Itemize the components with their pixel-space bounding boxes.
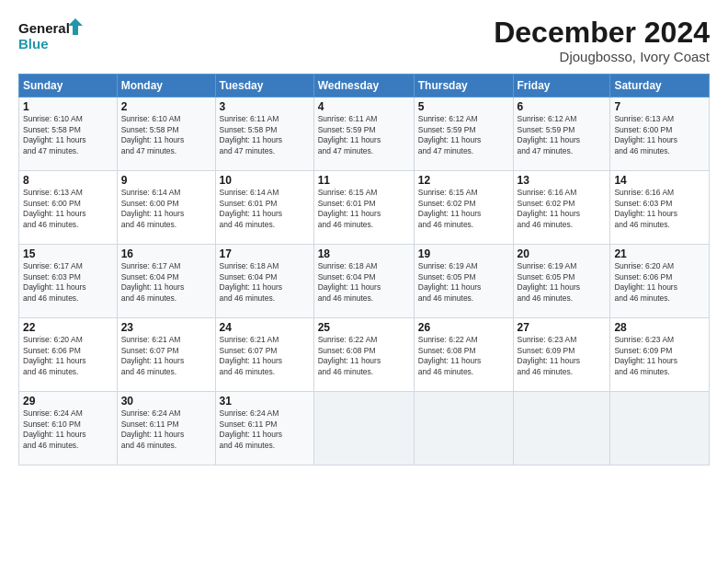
calendar-day-cell: 9Sunrise: 6:14 AMSunset: 6:00 PMDaylight… (117, 171, 215, 245)
calendar-day-cell: 8Sunrise: 6:13 AMSunset: 6:00 PMDaylight… (19, 171, 118, 245)
day-info: Sunrise: 6:12 AMSunset: 5:59 PMDaylight:… (418, 114, 509, 156)
day-number: 27 (518, 321, 607, 334)
calendar-day-cell: 30Sunrise: 6:24 AMSunset: 6:11 PMDayligh… (117, 392, 215, 465)
calendar-day-cell: 19Sunrise: 6:19 AMSunset: 6:05 PMDayligh… (414, 245, 513, 318)
page: General Blue December 2024 Djougbosso, I… (0, 0, 728, 563)
day-info: Sunrise: 6:17 AMSunset: 6:04 PMDaylight:… (121, 261, 211, 304)
calendar-day-cell: 27Sunrise: 6:23 AMSunset: 6:09 PMDayligh… (513, 318, 610, 392)
day-header-tuesday: Tuesday (215, 75, 313, 98)
day-number: 9 (121, 174, 211, 187)
day-header-thursday: Thursday (414, 75, 513, 98)
day-number: 26 (418, 321, 509, 334)
day-header-monday: Monday (117, 75, 215, 98)
calendar-day-cell: 11Sunrise: 6:15 AMSunset: 6:01 PMDayligh… (313, 171, 414, 245)
day-number: 12 (418, 174, 509, 187)
day-header-sunday: Sunday (19, 75, 118, 98)
calendar-day-cell: 31Sunrise: 6:24 AMSunset: 6:11 PMDayligh… (215, 392, 313, 465)
day-header-friday: Friday (513, 75, 610, 98)
calendar-day-cell: 3Sunrise: 6:11 AMSunset: 5:58 PMDaylight… (215, 98, 313, 171)
day-info: Sunrise: 6:20 AMSunset: 6:06 PMDaylight:… (614, 261, 705, 304)
location: Djougbosso, Ivory Coast (494, 49, 710, 64)
day-info: Sunrise: 6:19 AMSunset: 6:05 PMDaylight:… (418, 261, 509, 304)
day-number: 8 (23, 174, 113, 187)
day-number: 7 (614, 100, 705, 113)
svg-marker-2 (68, 18, 83, 35)
calendar-week-row: 8Sunrise: 6:13 AMSunset: 6:00 PMDaylight… (19, 171, 710, 245)
calendar-day-cell: 7Sunrise: 6:13 AMSunset: 6:00 PMDaylight… (610, 98, 710, 171)
day-info: Sunrise: 6:23 AMSunset: 6:09 PMDaylight:… (614, 335, 705, 377)
day-number: 5 (418, 100, 509, 113)
empty-cell (414, 392, 513, 465)
day-info: Sunrise: 6:20 AMSunset: 6:06 PMDaylight:… (23, 335, 113, 377)
day-number: 21 (614, 247, 705, 260)
calendar-table: SundayMondayTuesdayWednesdayThursdayFrid… (18, 74, 710, 465)
day-info: Sunrise: 6:22 AMSunset: 6:08 PMDaylight:… (318, 335, 410, 377)
day-number: 22 (23, 321, 113, 334)
day-info: Sunrise: 6:13 AMSunset: 6:00 PMDaylight:… (614, 114, 705, 156)
day-number: 2 (121, 100, 211, 113)
day-number: 18 (318, 247, 410, 260)
day-number: 4 (318, 100, 410, 113)
calendar-header-row: SundayMondayTuesdayWednesdayThursdayFrid… (19, 75, 710, 98)
day-number: 6 (518, 100, 607, 113)
day-info: Sunrise: 6:12 AMSunset: 5:59 PMDaylight:… (518, 114, 607, 156)
day-info: Sunrise: 6:24 AMSunset: 6:11 PMDaylight:… (121, 408, 211, 451)
day-number: 23 (121, 321, 211, 334)
day-header-saturday: Saturday (610, 75, 710, 98)
calendar-day-cell: 26Sunrise: 6:22 AMSunset: 6:08 PMDayligh… (414, 318, 513, 392)
calendar-day-cell: 24Sunrise: 6:21 AMSunset: 6:07 PMDayligh… (215, 318, 313, 392)
day-info: Sunrise: 6:16 AMSunset: 6:02 PMDaylight:… (518, 188, 607, 230)
day-info: Sunrise: 6:24 AMSunset: 6:10 PMDaylight:… (23, 408, 113, 451)
calendar-day-cell: 17Sunrise: 6:18 AMSunset: 6:04 PMDayligh… (215, 245, 313, 318)
header: General Blue December 2024 Djougbosso, I… (18, 17, 710, 64)
day-number: 3 (220, 100, 310, 113)
empty-cell (313, 392, 414, 465)
calendar-day-cell: 18Sunrise: 6:18 AMSunset: 6:04 PMDayligh… (313, 245, 414, 318)
month-title: December 2024 (494, 17, 710, 49)
calendar-day-cell: 25Sunrise: 6:22 AMSunset: 6:08 PMDayligh… (313, 318, 414, 392)
day-info: Sunrise: 6:16 AMSunset: 6:03 PMDaylight:… (614, 188, 705, 230)
day-info: Sunrise: 6:21 AMSunset: 6:07 PMDaylight:… (121, 335, 211, 377)
day-info: Sunrise: 6:18 AMSunset: 6:04 PMDaylight:… (220, 261, 310, 304)
day-info: Sunrise: 6:11 AMSunset: 5:59 PMDaylight:… (318, 114, 410, 156)
svg-text:General: General (18, 20, 70, 36)
empty-cell (610, 392, 710, 465)
day-number: 1 (23, 100, 113, 113)
empty-cell (513, 392, 610, 465)
calendar-day-cell: 21Sunrise: 6:20 AMSunset: 6:06 PMDayligh… (610, 245, 710, 318)
calendar-week-row: 22Sunrise: 6:20 AMSunset: 6:06 PMDayligh… (19, 318, 710, 392)
calendar-day-cell: 15Sunrise: 6:17 AMSunset: 6:03 PMDayligh… (19, 245, 118, 318)
calendar-day-cell: 22Sunrise: 6:20 AMSunset: 6:06 PMDayligh… (19, 318, 118, 392)
day-info: Sunrise: 6:18 AMSunset: 6:04 PMDaylight:… (318, 261, 410, 304)
day-number: 25 (318, 321, 410, 334)
day-number: 31 (220, 395, 310, 408)
day-info: Sunrise: 6:21 AMSunset: 6:07 PMDaylight:… (220, 335, 310, 377)
calendar-day-cell: 6Sunrise: 6:12 AMSunset: 5:59 PMDaylight… (513, 98, 610, 171)
day-number: 15 (23, 247, 113, 260)
day-info: Sunrise: 6:17 AMSunset: 6:03 PMDaylight:… (23, 261, 113, 304)
calendar-day-cell: 13Sunrise: 6:16 AMSunset: 6:02 PMDayligh… (513, 171, 610, 245)
day-number: 11 (318, 174, 410, 187)
calendar-day-cell: 4Sunrise: 6:11 AMSunset: 5:59 PMDaylight… (313, 98, 414, 171)
svg-text:Blue: Blue (18, 36, 49, 52)
calendar-day-cell: 1Sunrise: 6:10 AMSunset: 5:58 PMDaylight… (19, 98, 118, 171)
day-number: 30 (121, 395, 211, 408)
day-info: Sunrise: 6:15 AMSunset: 6:02 PMDaylight:… (418, 188, 509, 230)
day-number: 28 (614, 321, 705, 334)
day-number: 16 (121, 247, 211, 260)
calendar-week-row: 29Sunrise: 6:24 AMSunset: 6:10 PMDayligh… (19, 392, 710, 465)
calendar-day-cell: 20Sunrise: 6:19 AMSunset: 6:05 PMDayligh… (513, 245, 610, 318)
logo: General Blue (18, 17, 83, 53)
day-number: 19 (418, 247, 509, 260)
day-number: 10 (220, 174, 310, 187)
day-info: Sunrise: 6:14 AMSunset: 6:01 PMDaylight:… (220, 188, 310, 230)
calendar-day-cell: 23Sunrise: 6:21 AMSunset: 6:07 PMDayligh… (117, 318, 215, 392)
calendar-day-cell: 12Sunrise: 6:15 AMSunset: 6:02 PMDayligh… (414, 171, 513, 245)
calendar-day-cell: 28Sunrise: 6:23 AMSunset: 6:09 PMDayligh… (610, 318, 710, 392)
calendar-day-cell: 5Sunrise: 6:12 AMSunset: 5:59 PMDaylight… (414, 98, 513, 171)
logo-svg: General Blue (18, 17, 83, 53)
day-info: Sunrise: 6:24 AMSunset: 6:11 PMDaylight:… (220, 408, 310, 451)
day-number: 14 (614, 174, 705, 187)
calendar-week-row: 15Sunrise: 6:17 AMSunset: 6:03 PMDayligh… (19, 245, 710, 318)
calendar-week-row: 1Sunrise: 6:10 AMSunset: 5:58 PMDaylight… (19, 98, 710, 171)
